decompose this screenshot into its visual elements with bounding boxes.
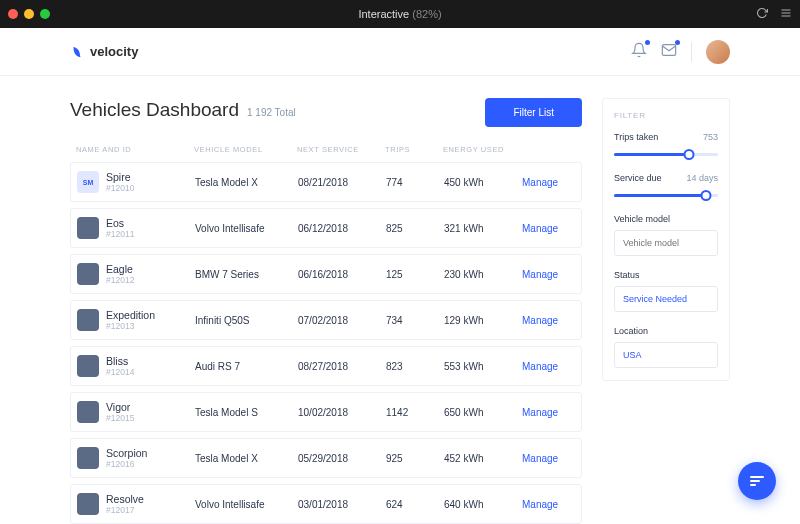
titlebar: Interactive (82%) xyxy=(0,0,800,28)
filter-list-button[interactable]: Filter List xyxy=(485,98,582,127)
user-avatar[interactable] xyxy=(706,40,730,64)
energy-used: 230 kWh xyxy=(444,269,514,280)
location-select[interactable]: USA xyxy=(614,342,718,368)
table-header: NAME AND ID VEHICLE MODEL NEXT SERVICE T… xyxy=(70,145,582,162)
table-row: Bliss #12014 Audi RS 7 08/27/2018 823 55… xyxy=(70,346,582,386)
trips: 734 xyxy=(386,315,436,326)
trips: 624 xyxy=(386,499,436,510)
filter-status: Status Service Needed xyxy=(614,270,718,312)
vehicle-id: #12014 xyxy=(106,367,134,377)
service-slider[interactable] xyxy=(614,190,718,200)
energy-used: 129 kWh xyxy=(444,315,514,326)
col-model: VEHICLE MODEL xyxy=(194,145,289,154)
trips: 1142 xyxy=(386,407,436,418)
trips: 825 xyxy=(386,223,436,234)
page-subtitle: 1 192 Total xyxy=(247,107,296,118)
slider-knob[interactable] xyxy=(700,190,711,201)
manage-link[interactable]: Manage xyxy=(522,407,572,418)
manage-link[interactable]: Manage xyxy=(522,269,572,280)
table-row: Expedition #12013 Infiniti Q50S 07/02/20… xyxy=(70,300,582,340)
energy-used: 650 kWh xyxy=(444,407,514,418)
table-row: Eagle #12012 BMW 7 Series 06/16/2018 125… xyxy=(70,254,582,294)
manage-link[interactable]: Manage xyxy=(522,315,572,326)
vehicle-thumb xyxy=(77,493,99,515)
menu-icon[interactable] xyxy=(780,7,792,22)
notes-icon xyxy=(750,476,764,486)
filter-sidebar: FILTER Trips taken 753 Service due 14 da… xyxy=(602,98,730,524)
manage-link[interactable]: Manage xyxy=(522,177,572,188)
energy-used: 452 kWh xyxy=(444,453,514,464)
filter-trips: Trips taken 753 xyxy=(614,132,718,159)
next-service: 06/16/2018 xyxy=(298,269,378,280)
next-service: 07/02/2018 xyxy=(298,315,378,326)
vehicle-name: Resolve xyxy=(106,493,144,505)
close-window-icon[interactable] xyxy=(8,9,18,19)
message-badge xyxy=(675,40,680,45)
vehicle-id: #12017 xyxy=(106,505,144,515)
notifications-button[interactable] xyxy=(631,42,647,62)
refresh-icon[interactable] xyxy=(756,7,768,22)
table-row: Vigor #12015 Tesla Model S 10/02/2018 11… xyxy=(70,392,582,432)
manage-link[interactable]: Manage xyxy=(522,499,572,510)
floating-action-button[interactable] xyxy=(738,462,776,500)
vehicle-id: #12011 xyxy=(106,229,134,239)
vehicle-model: BMW 7 Series xyxy=(195,269,290,280)
main-content: Vehicles Dashboard 1 192 Total Filter Li… xyxy=(70,98,582,524)
status-select[interactable]: Service Needed xyxy=(614,286,718,312)
table-row: Scorpion #12016 Tesla Model X 05/29/2018… xyxy=(70,438,582,478)
vehicle-id: #12010 xyxy=(106,183,134,193)
vehicle-id: #12015 xyxy=(106,413,134,423)
next-service: 08/27/2018 xyxy=(298,361,378,372)
slider-knob[interactable] xyxy=(683,149,694,160)
trips: 125 xyxy=(386,269,436,280)
brand-text: velocity xyxy=(90,44,138,59)
table-body: SM Spire #12010 Tesla Model X 08/21/2018… xyxy=(70,162,582,524)
vehicle-name: Eos xyxy=(106,217,134,229)
next-service: 10/02/2018 xyxy=(298,407,378,418)
filter-model: Vehicle model xyxy=(614,214,718,256)
filter-service-label: Service due xyxy=(614,173,662,183)
titlebar-title: Interactive (82%) xyxy=(358,8,441,20)
vehicle-thumb xyxy=(77,447,99,469)
filter-location-label: Location xyxy=(614,326,718,336)
filter-location: Location USA xyxy=(614,326,718,368)
filter-status-label: Status xyxy=(614,270,718,280)
messages-button[interactable] xyxy=(661,42,677,62)
trips-slider[interactable] xyxy=(614,149,718,159)
energy-used: 553 kWh xyxy=(444,361,514,372)
vehicle-model: Volvo Intellisafe xyxy=(195,499,290,510)
filter-trips-label: Trips taken xyxy=(614,132,658,142)
vehicle-model-input[interactable] xyxy=(614,230,718,256)
vehicle-model: Tesla Model X xyxy=(195,177,290,188)
filter-panel-title: FILTER xyxy=(614,111,718,120)
energy-used: 640 kWh xyxy=(444,499,514,510)
col-name: NAME AND ID xyxy=(76,145,186,154)
vehicle-model: Infiniti Q50S xyxy=(195,315,290,326)
vehicle-id: #12016 xyxy=(106,459,147,469)
filter-service-value: 14 days xyxy=(686,173,718,183)
vehicle-name: Eagle xyxy=(106,263,134,275)
next-service: 03/01/2018 xyxy=(298,499,378,510)
zoom-window-icon[interactable] xyxy=(40,9,50,19)
page-title: Vehicles Dashboard xyxy=(70,99,239,121)
manage-link[interactable]: Manage xyxy=(522,223,572,234)
leaf-icon xyxy=(70,45,84,59)
next-service: 08/21/2018 xyxy=(298,177,378,188)
vehicle-thumb xyxy=(77,355,99,377)
manage-link[interactable]: Manage xyxy=(522,361,572,372)
notification-badge xyxy=(645,40,650,45)
minimize-window-icon[interactable] xyxy=(24,9,34,19)
next-service: 05/29/2018 xyxy=(298,453,378,464)
vehicle-thumb: SM xyxy=(77,171,99,193)
manage-link[interactable]: Manage xyxy=(522,453,572,464)
vehicle-name: Scorpion xyxy=(106,447,147,459)
filter-trips-value: 753 xyxy=(703,132,718,142)
col-trips: TRIPS xyxy=(385,145,435,154)
table-row: SM Spire #12010 Tesla Model X 08/21/2018… xyxy=(70,162,582,202)
trips: 774 xyxy=(386,177,436,188)
vehicle-id: #12012 xyxy=(106,275,134,285)
vehicle-id: #12013 xyxy=(106,321,155,331)
energy-used: 321 kWh xyxy=(444,223,514,234)
vehicle-name: Expedition xyxy=(106,309,155,321)
brand-logo[interactable]: velocity xyxy=(70,44,138,59)
